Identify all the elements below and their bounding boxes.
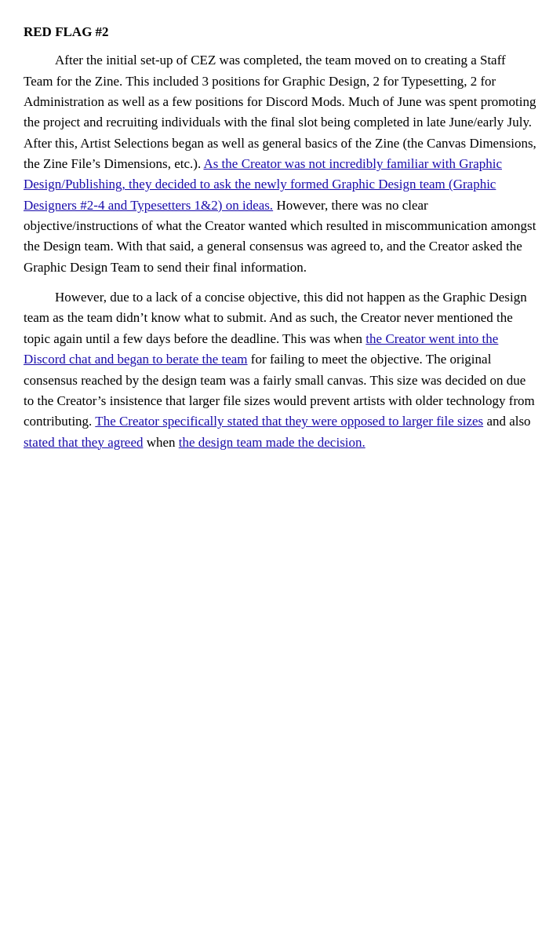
indent-space	[24, 50, 55, 71]
link-segment-2-6[interactable]: stated that they agreed	[24, 435, 143, 450]
paragraph-2: However, due to a lack of a concise obje…	[24, 287, 536, 453]
paragraph-1: After the initial set-up of CEZ was comp…	[24, 50, 536, 278]
text-segment-2-7: when	[143, 435, 178, 450]
indent-space	[24, 287, 55, 308]
link-segment-2-8[interactable]: the design team made the decision.	[179, 435, 365, 450]
link-segment-2-4[interactable]: The Creator specifically stated that the…	[95, 414, 483, 429]
text-segment-2-5: and also	[483, 414, 530, 429]
text-segment-1-1: After the initial set-up of CEZ was comp…	[24, 53, 536, 171]
heading: RED FLAG #2	[24, 22, 536, 42]
